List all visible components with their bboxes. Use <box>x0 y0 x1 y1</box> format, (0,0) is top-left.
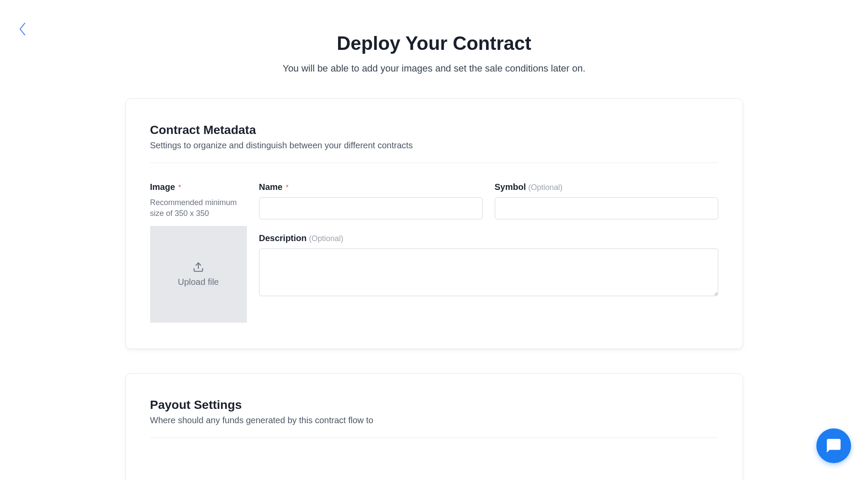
page-subtitle: You will be able to add your images and … <box>125 63 743 74</box>
divider <box>150 163 718 163</box>
image-label: Image * <box>150 182 247 192</box>
payout-section-subtitle: Where should any funds generated by this… <box>150 415 718 425</box>
page-header: Deploy Your Contract You will be able to… <box>125 33 743 74</box>
description-label: Description (Optional) <box>259 233 718 243</box>
metadata-section-title: Contract Metadata <box>150 123 718 137</box>
optional-mark: (Optional) <box>528 183 562 192</box>
payout-section-title: Payout Settings <box>150 398 718 412</box>
symbol-input[interactable] <box>495 197 718 219</box>
back-button[interactable] <box>18 22 27 38</box>
upload-icon <box>193 261 204 273</box>
contract-metadata-card: Contract Metadata Settings to organize a… <box>125 98 743 349</box>
image-upload-box[interactable]: Upload file <box>150 226 247 323</box>
chat-button[interactable] <box>816 428 851 463</box>
name-label: Name * <box>259 182 483 192</box>
description-input[interactable] <box>259 248 718 296</box>
optional-mark: (Optional) <box>309 234 343 243</box>
metadata-section-subtitle: Settings to organize and distinguish bet… <box>150 140 718 150</box>
payout-settings-card: Payout Settings Where should any funds g… <box>125 373 743 480</box>
image-hint: Recommended minimum size of 350 x 350 <box>150 197 247 219</box>
required-mark: * <box>286 184 289 191</box>
required-mark: * <box>178 184 181 191</box>
chevron-left-icon <box>18 22 27 36</box>
symbol-label: Symbol (Optional) <box>495 182 718 192</box>
name-input[interactable] <box>259 197 483 219</box>
divider <box>150 438 718 438</box>
chat-icon <box>825 438 842 454</box>
page-title: Deploy Your Contract <box>125 33 743 54</box>
upload-text: Upload file <box>178 277 219 287</box>
